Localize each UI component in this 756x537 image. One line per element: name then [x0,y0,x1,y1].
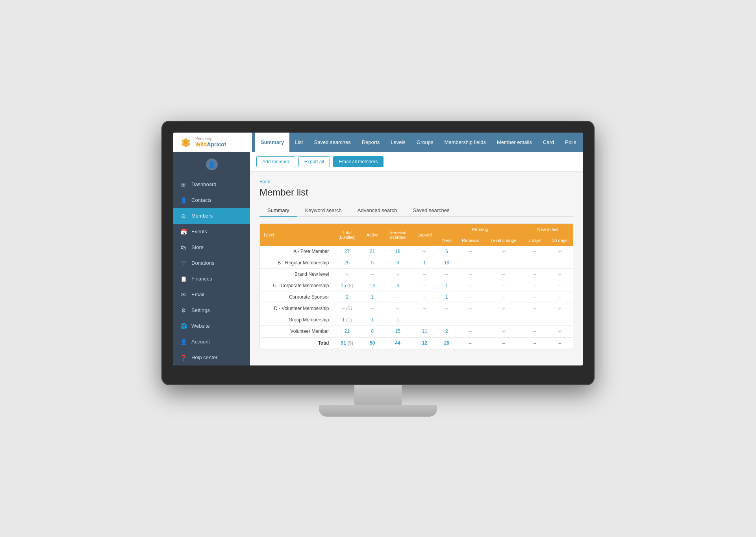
cell-pending-renewal: – [456,268,484,280]
cell-level: D - Volunteer Membership [260,303,333,314]
cell-pending-new: 6 [437,246,456,257]
tab-keyword-search[interactable]: Keyword search [297,204,350,217]
cell-renewal-overdue: 18 [384,246,412,257]
member-table-wrapper: Level Total (Bundles) Active Renewalover… [259,223,573,349]
cell-active: 14 [361,280,384,291]
cell-new-7: – [523,303,547,314]
cell-total: 2 [333,291,361,303]
th-active: Active [361,224,384,246]
table-row: C - Corporate Membership 15 (8) 14 4 – 1… [260,280,573,291]
sidebar-item-dashboard[interactable]: ⊞Dashboard [173,177,250,192]
cell-active: 5 [361,257,384,268]
table-row: A - Free Member 27 21 18 – 6 – – – – [260,246,573,257]
sidebar-item-account[interactable]: 👤Account [173,334,250,350]
nav-tab-polls[interactable]: Polls [560,133,582,152]
cell-total-pending-level: – [484,337,523,349]
th-pending-new: New [437,235,456,246]
nav-tab-card[interactable]: Card [537,133,560,152]
th-new-7-days: 7 days [523,235,547,246]
main-content: Add member Export all Email all members … [250,152,583,365]
table-row: B - Regular Membership 25 5 6 1 19 – – –… [260,257,573,268]
settings-icon: ⚙ [180,306,187,314]
nav-tab-summary[interactable]: Summary [255,133,289,152]
nav-tab-member-emails[interactable]: Member emails [491,133,537,152]
sidebar-item-donations[interactable]: ♡Donations [173,255,250,271]
th-pending: Pending [437,224,523,235]
th-lapsed: Lapsed [412,224,437,246]
tab-saved-searches[interactable]: Saved searches [405,204,457,217]
export-all-button[interactable]: Export all [298,156,330,167]
cell-total: – (0) [333,303,361,314]
cell-level: B - Regular Membership [260,257,333,268]
cell-total-active: 50 [361,337,384,349]
sidebar-item-finances[interactable]: 📋Finances [173,271,250,287]
sidebar-label-website: Website [191,323,210,329]
table-row: Group Membership 1 (1) 1 1 – – – – – – [260,314,573,325]
cell-total-new-30: – [547,337,573,349]
cell-renewal-overdue: – [384,268,412,280]
sidebar-item-members[interactable]: ⊙Members [173,208,250,224]
add-member-button[interactable]: Add member [256,156,295,167]
cell-lapsed: – [412,303,437,314]
cell-new-7: – [523,246,547,257]
cell-active: 1 [361,314,384,325]
cell-pending-renewal: – [456,314,484,325]
cell-lapsed: 1 [412,257,437,268]
back-link[interactable]: Back [259,179,270,185]
sidebar-item-settings[interactable]: ⚙Settings [173,303,250,318]
table-total-row: Total 91 (9) 50 44 12 29 – – – – [260,337,573,349]
sidebar-label-account: Account [191,339,210,345]
cell-new-30: – [547,291,573,303]
cell-level: Corporate Sponsor [260,291,333,303]
events-icon: 📅 [180,228,187,236]
cell-pending-new: 19 [437,257,456,268]
cell-pending-level: – [484,291,523,303]
sidebar-label-store: Store [191,244,204,250]
nav-tab-groups[interactable]: Groups [411,133,439,152]
cell-new-7: – [523,325,547,337]
tab-summary[interactable]: Summary [259,204,297,217]
sidebar-label-help-center: Help center [191,354,217,360]
cell-pending-renewal: – [456,257,484,268]
sidebar-label-dashboard: Dashboard [191,181,217,187]
cell-pending-new: 2 [437,325,456,337]
cell-pending-renewal: – [456,280,484,291]
cell-active: 8 [361,325,384,337]
help-center-icon: ❓ [180,354,187,362]
cell-active: – [361,303,384,314]
email-icon: ✉ [180,291,187,299]
contacts-icon: 👤 [180,196,187,204]
nav-tab-levels[interactable]: Levels [385,133,411,152]
cell-lapsed: – [412,268,437,280]
cell-lapsed: – [412,246,437,257]
cell-total: 1 (1) [333,314,361,325]
tab-advanced-search[interactable]: Advanced search [350,204,405,217]
sidebar-label-finances: Finances [191,276,212,282]
cell-new-30: – [547,280,573,291]
cell-pending-new: – [437,268,456,280]
sidebar-item-store[interactable]: 🛍Store [173,240,250,255]
action-bar: Add member Export all Email all members [250,152,583,172]
svg-point-6 [184,140,188,144]
cell-total-pending-new: 29 [437,337,456,349]
nav-tab-membership-fields[interactable]: Membership fields [439,133,491,152]
cell-new-30: – [547,303,573,314]
nav-tab-saved-searches[interactable]: Saved searches [308,133,356,152]
email-all-button[interactable]: Email all members [333,156,384,167]
sidebar-item-email[interactable]: ✉Email [173,287,250,303]
sidebar-label-settings: Settings [191,307,210,313]
cell-total-total: 91 (9) [333,337,361,349]
inner-tabs: Summary Keyword search Advanced search S… [259,204,573,217]
cell-new-7: – [523,291,547,303]
cell-pending-renewal: – [456,303,484,314]
top-nav-tabs: SummaryListSaved searchesReportsLevelsGr… [252,133,583,152]
sidebar-item-contacts[interactable]: 👤Contacts [173,192,250,208]
wild-label: Wild [195,141,207,148]
sidebar-item-help-center[interactable]: ❓Help center [173,350,250,365]
sidebar-item-events[interactable]: 📅Events [173,224,250,240]
sidebar-item-website[interactable]: 🌐Website [173,318,250,334]
sidebar-label-members: Members [191,213,213,219]
nav-tab-reports[interactable]: Reports [356,133,385,152]
nav-tab-list[interactable]: List [289,133,308,152]
cell-new-7: – [523,314,547,325]
